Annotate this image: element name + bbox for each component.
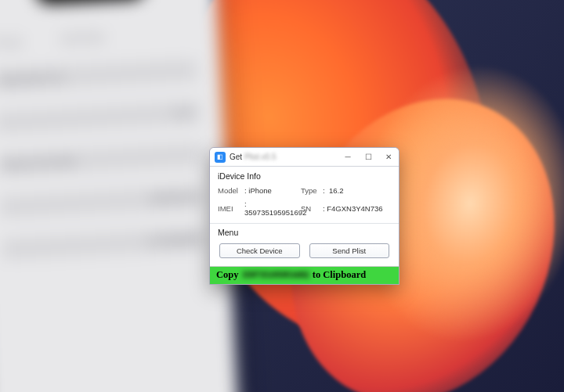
window-title: Get Plist.v0.5: [230, 153, 338, 161]
section-menu: Menu: [210, 223, 399, 240]
app-icon: ◧: [215, 152, 226, 163]
titlebar[interactable]: ◧ Get Plist.v0.5 ─ ☐ ✕: [210, 148, 399, 167]
send-plist-button[interactable]: Send Plist: [309, 243, 390, 258]
sn-value: : F4GXN3Y4N736: [323, 204, 391, 213]
phone-tab: Chung: [0, 35, 22, 49]
status-suffix: to Clipboard: [313, 269, 366, 281]
model-value: : iPhone: [244, 186, 301, 195]
phone-row: iPhone 12 Pro Max: [0, 144, 202, 175]
status-prefix: Copy: [216, 269, 238, 281]
phone-row: Redmi Note 4 (1): [0, 59, 197, 91]
phone-notch: [35, 0, 146, 5]
imei-label: IMEI: [218, 204, 244, 213]
maximize-button[interactable]: ☐: [358, 148, 378, 166]
app-window: ◧ Get Plist.v0.5 ─ ☐ ✕ iDevice Info Mode…: [209, 147, 400, 285]
model-label: Model: [218, 186, 244, 195]
phone-row: MGTK3LL/A: [0, 186, 204, 218]
status-bar: Copy 359735195951692 to Clipboard: [210, 266, 399, 284]
foreground-phone: Chung Giới thiệu Redmi Note 4 (1) 9.2.1 …: [0, 0, 239, 392]
phone-row: FLVJ0G0H0P: [2, 228, 206, 260]
phone-row: 9.2.1: [0, 102, 200, 133]
status-value: 359735195951692: [241, 269, 309, 281]
check-device-button[interactable]: Check Device: [219, 243, 300, 258]
phone-tab: Giới thiệu: [60, 31, 105, 45]
type-value: : 16.2: [323, 186, 391, 195]
close-button[interactable]: ✕: [378, 148, 399, 166]
imei-value: : 359735195951692: [244, 200, 301, 217]
sn-label: SN: [301, 204, 323, 213]
minimize-button[interactable]: ─: [338, 148, 358, 166]
section-device-info: iDevice Info: [210, 167, 399, 183]
device-info-grid: Model : iPhone Type : 16.2 IMEI : 359735…: [210, 183, 399, 223]
type-label: Type: [301, 186, 323, 195]
